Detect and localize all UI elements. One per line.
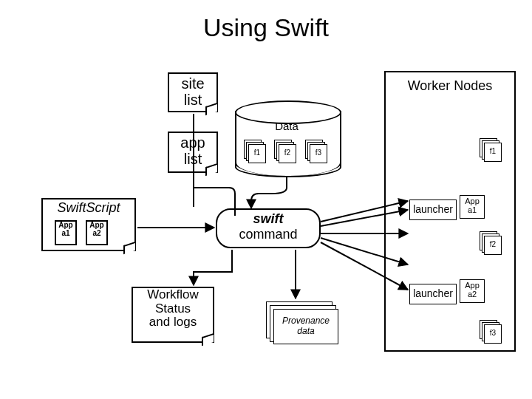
worker-file-f1: f1 <box>483 142 499 160</box>
file-f3: f3 <box>309 143 325 161</box>
worker-app-a2: Appa2 <box>460 279 485 303</box>
launcher-1: launcher <box>409 200 457 220</box>
worker-app-a1: Appa1 <box>460 195 485 219</box>
provenance-stack: Provenance data <box>273 309 338 344</box>
site-list-l1: site <box>181 75 204 92</box>
site-list-l2: list <box>184 92 202 108</box>
app-list-l1: app <box>180 134 205 151</box>
site-list-box: site list <box>168 72 218 112</box>
swiftscript-title: SwiftScript <box>43 200 134 216</box>
worker-nodes-title: Worker Nodes <box>386 78 514 94</box>
swift-command: swift command <box>216 208 321 248</box>
worker-file-f3: f3 <box>483 324 499 341</box>
app-list-l2: list <box>184 151 202 167</box>
swift-command-bottom: command <box>217 227 319 242</box>
swift-command-top: swift <box>217 211 319 227</box>
swiftscript-app-a1: App a1 <box>55 220 77 245</box>
file-f1: f1 <box>248 143 264 161</box>
file-f2: f2 <box>278 143 294 161</box>
launcher-2: launcher <box>409 284 457 304</box>
workflow-status-box: Workflow Status and logs <box>132 287 214 343</box>
page-title: Using Swift <box>0 13 532 42</box>
worker-file-f2: f2 <box>483 235 499 253</box>
swiftscript-app-a2: App a2 <box>86 220 108 245</box>
data-label: Data <box>235 120 338 132</box>
app-list-box: app list <box>168 132 218 173</box>
